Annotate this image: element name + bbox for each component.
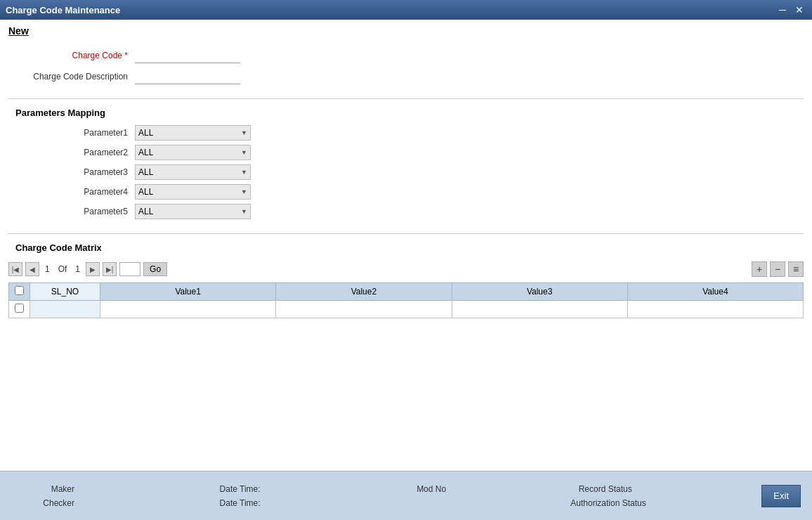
param2-select-wrapper: ALL xyxy=(135,145,251,160)
charge-code-row: Charge Code * xyxy=(8,48,804,63)
param2-select[interactable]: ALL xyxy=(135,145,251,160)
datetime1-row: Date Time: xyxy=(197,484,384,494)
page-of-label: Of xyxy=(58,264,67,274)
page-input[interactable] xyxy=(119,262,140,276)
last-page-button[interactable]: ▶| xyxy=(103,262,117,276)
window-controls: ─ ✕ xyxy=(775,3,806,17)
auth-status-label: Authorization Status xyxy=(569,498,646,508)
param1-select[interactable]: ALL xyxy=(135,125,251,141)
required-indicator: * xyxy=(124,51,128,60)
divider-1 xyxy=(8,98,804,99)
window-title: Charge Code Maintenance xyxy=(6,5,120,15)
content-area: New Charge Code * Charge Code Descriptio… xyxy=(0,20,812,471)
next-page-button[interactable]: ▶ xyxy=(86,262,100,276)
divider-2 xyxy=(8,233,804,234)
row-value3 xyxy=(452,301,627,318)
exit-button[interactable]: Exit xyxy=(761,485,801,507)
pagination-left: |◀ ◀ 1 Of 1 ▶ ▶| Go xyxy=(8,262,167,276)
param4-label: Parameter4 xyxy=(8,187,135,197)
value1-header: Value1 xyxy=(100,283,276,301)
checker-label: Checker xyxy=(11,498,74,508)
matrix-table: SL_NO Value1 Value2 Value3 Value4 xyxy=(8,282,804,318)
page-current: 1 xyxy=(45,264,50,274)
charge-code-desc-input[interactable] xyxy=(135,69,240,84)
row-sl-no xyxy=(30,301,100,318)
row-checkbox-cell xyxy=(9,301,30,318)
maker-label: Maker xyxy=(11,484,74,494)
sl-no-header: SL_NO xyxy=(30,283,100,301)
record-status-label: Record Status xyxy=(569,484,632,494)
value3-header: Value3 xyxy=(452,283,627,301)
row-checkbox[interactable] xyxy=(15,304,24,313)
param5-select-wrapper: ALL xyxy=(135,204,251,219)
param5-label: Parameter5 xyxy=(8,207,135,216)
page-total: 1 xyxy=(75,264,80,274)
footer-group-datetime: Date Time: Date Time: xyxy=(197,484,384,508)
param3-select[interactable]: ALL xyxy=(135,164,251,180)
table-header-row: SL_NO Value1 Value2 Value3 Value4 xyxy=(9,283,804,301)
param1-label: Parameter1 xyxy=(8,128,135,138)
param1-row: Parameter1 ALL xyxy=(8,125,804,141)
param1-select-wrapper: ALL xyxy=(135,125,251,141)
checker-row: Checker xyxy=(11,498,197,508)
parameters-mapping-section: Parameters Mapping Parameter1 ALL Parame… xyxy=(8,108,804,219)
minimize-button[interactable]: ─ xyxy=(775,3,790,17)
select-all-header xyxy=(9,283,30,301)
prev-page-button[interactable]: ◀ xyxy=(25,262,39,276)
parameters-mapping-title: Parameters Mapping xyxy=(8,108,804,118)
first-page-button[interactable]: |◀ xyxy=(8,262,22,276)
row-value4 xyxy=(627,301,803,318)
close-button[interactable]: ✕ xyxy=(792,3,806,17)
matrix-title: Charge Code Matrix xyxy=(8,242,804,253)
param3-row: Parameter3 ALL xyxy=(8,164,804,180)
title-bar: Charge Code Maintenance ─ ✕ xyxy=(0,0,812,20)
footer-group-modno: Mod No xyxy=(383,484,569,508)
value2-header: Value2 xyxy=(276,283,452,301)
charge-code-input[interactable] xyxy=(135,48,240,63)
footer: Maker Checker Date Time: Date Time: Mod … xyxy=(0,471,812,520)
param5-select[interactable]: ALL xyxy=(135,204,251,219)
param4-row: Parameter4 ALL xyxy=(8,184,804,200)
datetime1-label: Date Time: xyxy=(197,484,261,494)
row-value1 xyxy=(100,301,276,318)
footer-group-status: Record Status Authorization Status xyxy=(569,484,755,508)
param3-select-wrapper: ALL xyxy=(135,164,251,180)
param4-select[interactable]: ALL xyxy=(135,184,251,200)
param3-label: Parameter3 xyxy=(8,167,135,177)
page-mode-label: New xyxy=(8,25,804,37)
menu-button[interactable]: ≡ xyxy=(788,261,804,277)
delete-row-button[interactable]: − xyxy=(770,261,785,277)
charge-code-desc-row: Charge Code Description xyxy=(8,69,804,84)
row-value2 xyxy=(276,301,452,318)
datetime2-label: Date Time: xyxy=(197,498,261,508)
footer-group-maker-checker: Maker Checker xyxy=(11,484,197,508)
param2-row: Parameter2 ALL xyxy=(8,145,804,160)
go-button[interactable]: Go xyxy=(143,262,167,276)
charge-code-form: Charge Code * Charge Code Description xyxy=(8,48,804,84)
record-status-row: Record Status xyxy=(569,484,755,494)
add-row-button[interactable]: + xyxy=(752,261,767,277)
pagination-bar: |◀ ◀ 1 Of 1 ▶ ▶| Go + − ≡ xyxy=(8,260,804,278)
select-all-checkbox[interactable] xyxy=(15,286,24,295)
modno-label: Mod No xyxy=(383,484,446,494)
table-row xyxy=(9,301,804,318)
param5-row: Parameter5 ALL xyxy=(8,204,804,219)
datetime2-row: Date Time: xyxy=(197,498,384,508)
param4-select-wrapper: ALL xyxy=(135,184,251,200)
charge-code-desc-label: Charge Code Description xyxy=(8,72,135,82)
maker-row: Maker xyxy=(11,484,197,494)
pagination-right: + − ≡ xyxy=(752,261,804,277)
value4-header: Value4 xyxy=(627,283,803,301)
charge-code-label: Charge Code * xyxy=(8,51,135,60)
modno-row: Mod No xyxy=(383,484,569,494)
param2-label: Parameter2 xyxy=(8,148,135,157)
charge-code-matrix-section: Charge Code Matrix |◀ ◀ 1 Of 1 ▶ ▶| Go +… xyxy=(8,242,804,318)
footer-fields: Maker Checker Date Time: Date Time: Mod … xyxy=(11,484,754,508)
auth-status-row: Authorization Status xyxy=(569,498,755,508)
